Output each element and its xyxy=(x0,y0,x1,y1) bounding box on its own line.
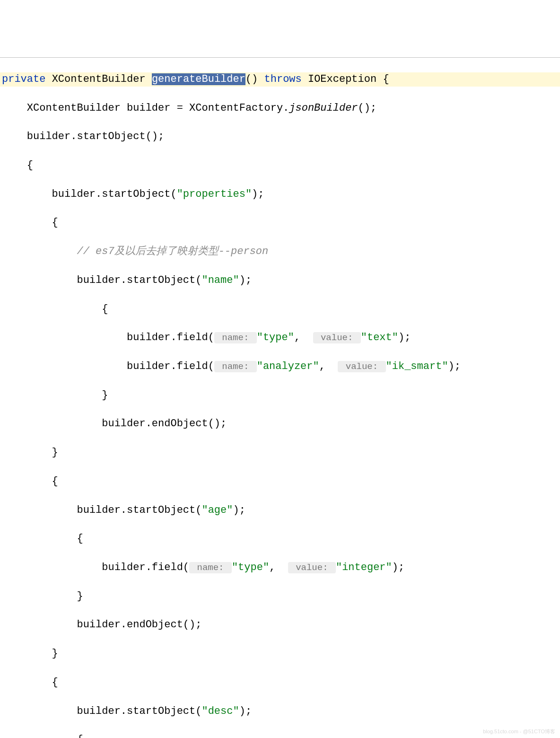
static-call: jsonBuilder xyxy=(289,102,358,114)
code-line: } xyxy=(0,388,560,403)
code-line: { xyxy=(0,158,560,173)
param-hint-name: name: xyxy=(214,361,257,372)
brace-open: { xyxy=(376,73,389,85)
string-literal: "text" xyxy=(361,332,398,343)
code-line: { xyxy=(0,216,560,230)
code-line: builder.field( name: "type", value: "int… xyxy=(0,561,560,575)
string-literal: "type" xyxy=(257,332,294,343)
comment-line: // es7及以后去掉了映射类型--person xyxy=(0,245,560,259)
param-hint-name: name: xyxy=(189,562,232,573)
code-line: builder.field( name: "analyzer", value: … xyxy=(0,360,560,374)
code-line: XContentBuilder builder = XContentFactor… xyxy=(0,101,560,115)
string-literal: "analyzer" xyxy=(257,360,319,372)
code-line: { xyxy=(0,733,560,738)
string-literal: "properties" xyxy=(177,188,252,200)
method-signature-line: private XContentBuilder generateBuilder(… xyxy=(0,72,560,87)
method-name-selected[interactable]: generateBuilder xyxy=(152,73,245,85)
string-literal: "age" xyxy=(201,504,233,516)
param-hint-value: value: xyxy=(338,361,385,372)
string-literal: "name" xyxy=(201,274,239,286)
keyword-throws: throws xyxy=(264,73,302,85)
return-type: XContentBuilder xyxy=(52,73,146,85)
code-line: { xyxy=(0,676,560,690)
code-line: } xyxy=(0,647,560,661)
param-hint-value: value: xyxy=(313,332,361,343)
string-literal: "type" xyxy=(232,562,269,573)
code-line: builder.startObject("properties"); xyxy=(0,187,560,202)
param-hint-name: name: xyxy=(214,332,257,343)
string-literal: "ik_smart" xyxy=(386,360,448,372)
code-line: builder.startObject("name"); xyxy=(0,273,560,288)
string-literal: "integer" xyxy=(336,562,392,573)
string-literal: "desc" xyxy=(201,705,239,717)
code-line: { xyxy=(0,474,560,489)
code-editor[interactable]: private XContentBuilder generateBuilder(… xyxy=(0,57,560,738)
code-line: builder.startObject("desc"); xyxy=(0,704,560,719)
code-line: builder.endObject(); xyxy=(0,618,560,632)
parens: () xyxy=(245,73,258,85)
keyword-private: private xyxy=(2,73,45,85)
code-line: builder.endObject(); xyxy=(0,417,560,431)
code-line: { xyxy=(0,532,560,546)
code-line: builder.startObject(); xyxy=(0,130,560,144)
exception-type: IOException xyxy=(308,73,376,85)
code-line: } xyxy=(0,446,560,460)
code-line: } xyxy=(0,589,560,604)
code-line: builder.field( name: "type", value: "tex… xyxy=(0,331,560,345)
code-line: builder.startObject("age"); xyxy=(0,503,560,518)
code-line: { xyxy=(0,302,560,316)
watermark-text: blog.51cto.com - @51CTO博客 xyxy=(483,728,555,735)
param-hint-value: value: xyxy=(288,562,336,573)
